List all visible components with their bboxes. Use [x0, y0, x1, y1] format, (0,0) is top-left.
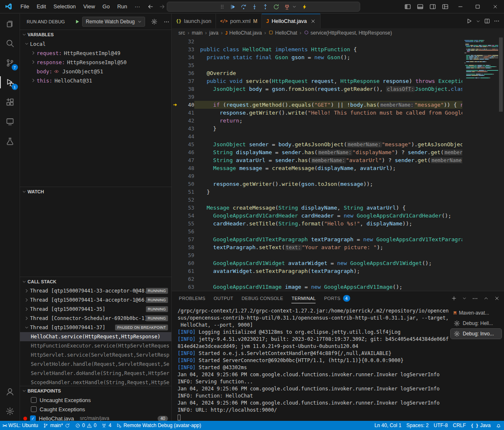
stack-frame[interactable]: ServletHolder.handle(Request,ServletRequ…	[20, 360, 171, 369]
activity-item-source-control[interactable]: 7	[0, 53, 20, 72]
debug-step-into-icon[interactable]	[251, 4, 258, 10]
code-line-54[interactable]: 54 GoogleAppsCardV1CardHeader cardHeader…	[172, 212, 462, 220]
variables-section-header[interactable]: VARIABLES	[20, 30, 171, 39]
code-line-42[interactable]: 42 return;	[172, 117, 462, 125]
breakpoint-row-source[interactable]: ✓ HelloChat.javasrc/main/java 40	[20, 414, 171, 421]
code-line-55[interactable]: 55 cardHeader.setTitle(String.format("He…	[172, 220, 462, 228]
menu-item-Edit[interactable]: Edit	[33, 2, 50, 12]
breakpoint-checkbox[interactable]	[31, 406, 37, 412]
menu-item-more[interactable]: ···	[131, 2, 144, 12]
hot-code-replace-icon[interactable]	[301, 4, 308, 10]
breadcrumbs[interactable]: src› main› java› JHelloChat.java› HelloC…	[172, 28, 504, 38]
menu-item-Go[interactable]: Go	[99, 2, 113, 12]
stack-frame[interactable]: HelloChat.service(HttpRequest,HttpRespon…	[20, 332, 171, 341]
launch-config-dropdown[interactable]: Remote Watch Debug	[82, 17, 145, 27]
debug-restart-icon[interactable]	[273, 4, 279, 10]
editor-tab-HelloChat-java[interactable]: J HelloChat.java	[262, 14, 321, 28]
close-panel-icon[interactable]	[494, 295, 500, 301]
breadcrumb-item[interactable]: src	[178, 30, 185, 36]
start-debug-icon[interactable]	[74, 19, 80, 25]
activity-item-accounts[interactable]	[0, 382, 20, 401]
activity-item-search[interactable]	[0, 33, 20, 53]
panel-tab-output[interactable]: OUTPUT	[214, 291, 233, 305]
code-line-63[interactable]: 63 GoogleAppsCardV1Image image = new Goo…	[172, 283, 462, 291]
activity-item-run-and-debug[interactable]: 1	[0, 72, 20, 92]
notifications-bell[interactable]	[493, 421, 504, 430]
activity-item-remote-explorer[interactable]	[0, 112, 20, 131]
code-line-39[interactable]: 39	[172, 93, 462, 101]
breadcrumb-item[interactable]: java	[209, 30, 218, 36]
new-terminal-icon[interactable]	[451, 295, 457, 301]
run-java-icon[interactable]	[466, 18, 472, 24]
code-line-43[interactable]: 43 }	[172, 125, 462, 132]
debug-disconnect-icon[interactable]	[284, 4, 290, 10]
close-tab-icon[interactable]	[310, 18, 316, 24]
variable-row[interactable]: this: HelloChat@31	[20, 76, 171, 85]
debug-step-over-icon[interactable]	[241, 4, 247, 10]
code-line-62[interactable]: 62	[172, 275, 462, 283]
toggle-primary-sidebar-icon[interactable]	[401, 0, 414, 13]
code-line-60[interactable]: 60 GoogleAppsCardV1Widget avatarWidget =…	[172, 259, 462, 267]
toggle-panel-icon[interactable]	[414, 0, 426, 13]
git-branch-status[interactable]: main*	[40, 421, 73, 430]
terminal-cursor-line[interactable]	[178, 414, 451, 421]
terminal-list-item[interactable]: Debug: Hell...	[451, 318, 501, 328]
code-line-32[interactable]: 32	[172, 38, 462, 45]
editor-scrollbar[interactable]	[498, 38, 504, 291]
code-line-48[interactable]: 48 Message message = createMessage(displ…	[172, 164, 462, 172]
breakpoint-checkbox[interactable]: ✓	[30, 415, 36, 421]
breakpoints-section-header[interactable]: BREAKPOINTS	[20, 386, 171, 395]
code-line-36[interactable]: 36 @Override	[172, 69, 462, 77]
variables-scope-local[interactable]: Local	[20, 39, 171, 48]
menu-item-View[interactable]: View	[80, 2, 99, 12]
breakpoint-row-uncaught-exceptions[interactable]: Uncaught Exceptions	[20, 395, 171, 405]
code-line-51[interactable]: 51 }	[172, 188, 462, 196]
code-line-47[interactable]: 47 String avatarUrl = sender.has(memberN…	[172, 156, 462, 164]
problems-status[interactable]: 0 0	[73, 421, 99, 430]
sidebar-more-actions-icon[interactable]	[163, 19, 170, 25]
stack-frame[interactable]: HttpServlet.service(ServletRequest,Servl…	[20, 350, 171, 360]
split-editor-icon[interactable]	[484, 18, 490, 24]
code-line-52[interactable]: 52	[172, 196, 462, 204]
indentation-status[interactable]: Spaces: 2	[404, 421, 431, 430]
terminal-list-item[interactable]: Debug: Invo...	[451, 329, 501, 339]
code-line-45[interactable]: 45 JsonObject sender = body.getAsJsonObj…	[172, 140, 462, 148]
code-line-40[interactable]: 40 if (request.getMethod().equals("GET")…	[172, 101, 462, 109]
activity-item-explorer[interactable]	[0, 14, 20, 33]
scrollbar-thumb[interactable]	[499, 38, 503, 112]
window-close-button[interactable]	[486, 0, 504, 13]
command-center[interactable]	[167, 2, 360, 12]
code-line-34[interactable]: 34 private static final Gson gson = new …	[172, 53, 462, 61]
editor-tab-pom-xml[interactable]: </> pom.xml M	[216, 14, 262, 28]
code-line-53[interactable]: 53 Message createMessage(String displayN…	[172, 204, 462, 212]
run-dropdown-icon[interactable]	[476, 19, 481, 24]
window-maximize-button[interactable]	[469, 0, 486, 13]
stack-frame[interactable]: HttpFunctionExecutor.service(HttpServlet…	[20, 341, 171, 350]
cursor-position[interactable]: Ln 40, Col 1	[372, 421, 404, 430]
debug-settings-gear-icon[interactable]	[151, 18, 158, 25]
customize-layout-icon[interactable]	[439, 0, 451, 13]
call-stack-thread[interactable]: Thread [qtp1500079441-33-acceptor-0@48..…	[20, 286, 171, 295]
code-editor[interactable]: 32 33 public class HelloChat implements …	[172, 38, 504, 291]
language-mode[interactable]: { } Java	[469, 421, 493, 430]
code-line-57[interactable]: 57 GoogleAppsCardV1TextParagraph textPar…	[172, 235, 462, 243]
breadcrumb-item[interactable]: service(HttpRequest, HttpResponse)	[304, 30, 392, 36]
debug-session-status[interactable]: Remote Watch Debug (avatar-app)	[114, 421, 203, 430]
maximize-panel-icon[interactable]	[483, 295, 489, 301]
remote-indicator[interactable]: >< WSL: Ubuntu	[0, 421, 40, 430]
ports-forwarded-status[interactable]: 4	[99, 421, 114, 430]
debug-step-out-icon[interactable]	[262, 4, 268, 10]
call-stack-thread[interactable]: Thread [qtp1500079441-34-acceptor-1@66..…	[20, 295, 171, 305]
forward-arrow-icon[interactable]	[159, 3, 165, 10]
call-stack-thread[interactable]: Thread [Connector-Scheduler-6920b0bc-1] …	[20, 314, 171, 323]
eol-status[interactable]: CRLF	[450, 421, 468, 430]
panel-tab-debug-console[interactable]: DEBUG CONSOLE	[242, 291, 283, 305]
variable-row[interactable]: response: HttpResponseImpl@50	[20, 58, 171, 67]
panel-tab-terminal[interactable]: TERMINAL	[291, 291, 316, 305]
breadcrumb-item[interactable]: JHelloChat.java	[225, 30, 262, 36]
code-line-50[interactable]: 50 response.getWriter().write(gson.toJso…	[172, 180, 462, 188]
panel-more-actions-icon[interactable]	[472, 295, 478, 302]
stack-frame[interactable]: ServletHandler.doHandle(String,Request,H…	[20, 369, 171, 378]
window-minimize-button[interactable]	[451, 0, 469, 13]
terminal-output[interactable]: /grpc/grpc-context/1.27.2/grpc-context-1…	[172, 305, 451, 421]
